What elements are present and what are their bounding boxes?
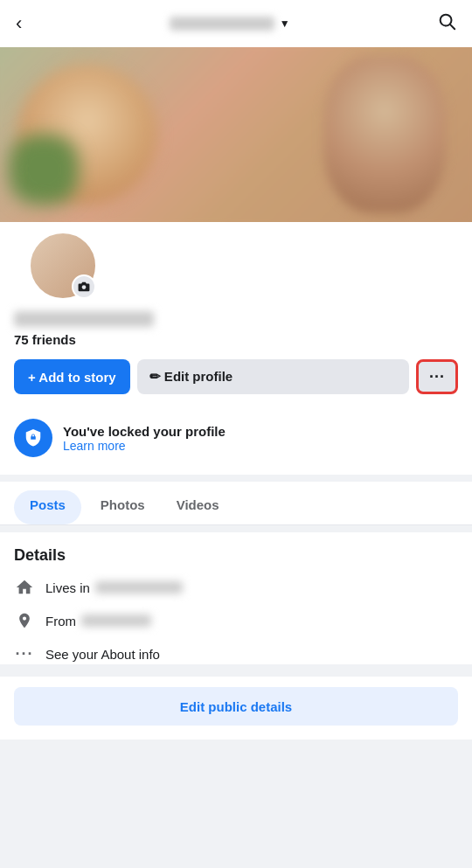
friends-number: 75 xyxy=(14,332,29,347)
lives-in-prefix: Lives in xyxy=(45,580,90,595)
tab-photos[interactable]: Photos xyxy=(85,487,161,525)
edit-profile-button[interactable]: ✏ Edit profile xyxy=(137,359,409,394)
detail-about[interactable]: ··· See your About info xyxy=(14,643,458,664)
details-title: Details xyxy=(14,546,458,565)
lives-in-blurred xyxy=(95,581,183,594)
details-section: Details Lives in From ··· See your xyxy=(0,532,472,664)
locked-title: You've locked your profile xyxy=(63,424,226,439)
cover-photo xyxy=(0,47,472,222)
edit-public-details-wrapper: Edit public details xyxy=(0,677,472,740)
more-options-button[interactable]: ··· xyxy=(416,359,458,394)
edit-public-details-button[interactable]: Edit public details xyxy=(14,687,458,726)
profile-name-blurred xyxy=(14,311,154,327)
locked-profile-banner: You've locked your profile Learn more xyxy=(14,408,458,461)
locked-icon xyxy=(14,419,52,457)
back-button[interactable]: ‹ xyxy=(16,12,22,35)
friends-label: friends xyxy=(32,332,76,347)
dropdown-icon[interactable]: ▼ xyxy=(280,17,290,30)
camera-badge[interactable] xyxy=(72,274,96,299)
tabs-section: Posts Photos Videos xyxy=(0,482,472,525)
about-label: See your About info xyxy=(45,647,160,662)
search-icon[interactable] xyxy=(437,11,456,36)
add-to-story-button[interactable]: + Add to story xyxy=(14,359,130,394)
svg-line-1 xyxy=(450,24,455,29)
from-text: From xyxy=(45,614,151,628)
lives-in-text: Lives in xyxy=(45,580,183,595)
learn-more-link[interactable]: Learn more xyxy=(63,439,226,453)
locked-text-block: You've locked your profile Learn more xyxy=(63,424,226,453)
about-text: See your About info xyxy=(45,647,160,662)
dots-icon: ··· xyxy=(14,643,35,664)
shield-lock-icon xyxy=(24,428,43,448)
top-nav: ‹ ▼ xyxy=(0,0,472,47)
tab-posts[interactable]: Posts xyxy=(14,490,81,524)
nav-title-blurred xyxy=(170,17,274,31)
nav-title-wrapper: ▼ xyxy=(170,17,290,31)
svg-point-2 xyxy=(82,285,87,289)
from-prefix: From xyxy=(45,614,76,628)
from-blurred xyxy=(81,615,151,627)
action-buttons: + Add to story ✏ Edit profile ··· xyxy=(14,359,458,394)
detail-from: From xyxy=(14,610,458,631)
location-icon xyxy=(14,610,35,631)
detail-lives-in: Lives in xyxy=(14,577,458,598)
friends-count: 75 friends xyxy=(14,332,458,347)
tab-videos[interactable]: Videos xyxy=(161,487,235,525)
section-divider xyxy=(0,475,472,482)
avatar-row xyxy=(14,222,458,301)
home-icon xyxy=(14,577,35,598)
avatar-container xyxy=(28,231,98,301)
profile-section: 75 friends + Add to story ✏ Edit profile… xyxy=(0,222,472,475)
